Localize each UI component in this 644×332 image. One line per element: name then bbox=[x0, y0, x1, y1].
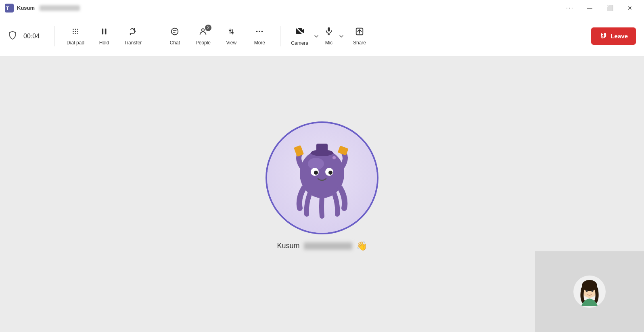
people-button[interactable]: 2 People bbox=[189, 24, 217, 49]
more-button[interactable]: More bbox=[245, 24, 274, 49]
main-content: Kusum 👋 bbox=[0, 56, 644, 332]
svg-point-16 bbox=[259, 31, 260, 32]
toolbar-left-section: 00:04 bbox=[8, 31, 40, 42]
dial-pad-label: Dial pad bbox=[67, 40, 84, 46]
maximize-button[interactable]: ⬜ bbox=[600, 2, 619, 14]
svg-point-2 bbox=[73, 29, 74, 30]
avatar-image bbox=[267, 123, 377, 233]
view-label: View bbox=[226, 40, 236, 46]
svg-rect-12 bbox=[105, 28, 107, 34]
camera-label: Camera bbox=[291, 40, 308, 46]
svg-point-4 bbox=[77, 29, 78, 30]
svg-point-38 bbox=[592, 290, 594, 292]
contact-surname-redacted bbox=[304, 242, 352, 250]
people-label: People bbox=[196, 40, 211, 46]
teams-logo: T bbox=[5, 4, 14, 13]
view-button[interactable]: View bbox=[217, 24, 245, 49]
avatar-section: Kusum 👋 bbox=[266, 121, 378, 251]
svg-point-37 bbox=[586, 290, 588, 292]
title-more-dots[interactable]: ··· bbox=[566, 4, 574, 12]
self-view-panel bbox=[535, 251, 644, 332]
share-button[interactable]: Share bbox=[345, 24, 374, 49]
mic-button[interactable]: Mic bbox=[320, 23, 337, 49]
more-label: More bbox=[254, 40, 265, 46]
close-button[interactable]: ✕ bbox=[621, 2, 639, 14]
chat-icon bbox=[170, 27, 179, 38]
svg-point-15 bbox=[256, 31, 258, 32]
svg-point-29 bbox=[328, 171, 332, 175]
title-bar: T Kusum ··· — ⬜ ✕ bbox=[0, 0, 644, 16]
more-icon bbox=[255, 27, 264, 38]
svg-point-28 bbox=[314, 171, 318, 175]
camera-chevron-button[interactable] bbox=[312, 31, 320, 42]
hold-label: Hold bbox=[99, 40, 109, 46]
leave-label: Leave bbox=[611, 33, 628, 40]
transfer-button[interactable]: Transfer bbox=[118, 24, 147, 49]
svg-point-34 bbox=[332, 156, 336, 159]
share-icon bbox=[355, 27, 364, 38]
shield-icon bbox=[8, 31, 17, 42]
camera-group: Camera bbox=[287, 23, 320, 49]
svg-point-9 bbox=[75, 33, 76, 34]
transfer-label: Transfer bbox=[124, 40, 142, 46]
svg-rect-20 bbox=[328, 27, 330, 31]
toolbar-divider-3 bbox=[280, 26, 280, 46]
mic-group: Mic bbox=[320, 23, 345, 49]
dial-pad-icon bbox=[71, 27, 80, 38]
svg-point-5 bbox=[73, 31, 74, 32]
camera-button[interactable]: Camera bbox=[287, 23, 312, 49]
toolbar-divider-2 bbox=[154, 26, 154, 46]
svg-rect-30 bbox=[294, 145, 304, 157]
share-label: Share bbox=[353, 40, 366, 46]
dial-pad-button[interactable]: Dial pad bbox=[61, 24, 90, 49]
transfer-icon bbox=[128, 27, 137, 38]
people-count-badge: 2 bbox=[205, 25, 211, 31]
minimize-button[interactable]: — bbox=[580, 2, 599, 14]
svg-point-17 bbox=[261, 31, 263, 32]
svg-point-7 bbox=[77, 31, 78, 32]
contact-name: Kusum bbox=[277, 242, 299, 250]
call-timer: 00:04 bbox=[23, 33, 40, 40]
svg-rect-11 bbox=[102, 28, 104, 34]
camera-off-icon bbox=[295, 26, 305, 37]
wave-hand-emoji: 👋 bbox=[356, 241, 367, 251]
svg-point-10 bbox=[77, 33, 78, 34]
hold-button[interactable]: Hold bbox=[90, 24, 118, 49]
svg-point-13 bbox=[171, 28, 178, 35]
toolbar-divider-1 bbox=[54, 26, 54, 46]
svg-rect-33 bbox=[316, 144, 328, 154]
self-avatar-image bbox=[575, 278, 604, 306]
svg-text:T: T bbox=[6, 5, 9, 11]
chat-button[interactable]: Chat bbox=[161, 24, 189, 49]
contact-avatar bbox=[266, 121, 378, 234]
mic-chevron-button[interactable] bbox=[337, 31, 345, 42]
mic-icon bbox=[324, 27, 333, 37]
svg-point-14 bbox=[202, 29, 204, 31]
mic-label: Mic bbox=[325, 40, 333, 46]
svg-point-3 bbox=[75, 29, 76, 30]
hold-icon bbox=[100, 27, 109, 38]
chat-label: Chat bbox=[170, 40, 180, 46]
title-bar-controls: ··· — ⬜ ✕ bbox=[566, 2, 639, 14]
window-title: Kusum bbox=[17, 5, 35, 11]
toolbar: 00:04 Dial pad Hold bbox=[0, 16, 644, 56]
svg-point-6 bbox=[75, 31, 76, 32]
title-name-redacted bbox=[40, 5, 80, 11]
leave-button[interactable]: Leave bbox=[591, 27, 636, 45]
svg-point-8 bbox=[73, 33, 74, 34]
self-avatar bbox=[573, 276, 606, 308]
user-name-row: Kusum 👋 bbox=[277, 241, 367, 251]
octopus-svg bbox=[278, 134, 366, 222]
title-bar-left: T Kusum bbox=[5, 4, 80, 13]
people-icon: 2 bbox=[199, 27, 207, 38]
leave-phone-icon bbox=[599, 31, 607, 41]
view-icon bbox=[227, 27, 236, 38]
